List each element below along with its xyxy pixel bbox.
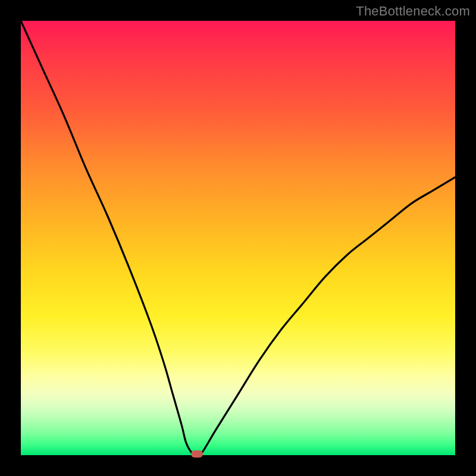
- watermark-text: TheBottleneck.com: [356, 4, 470, 19]
- plot-area: [21, 21, 455, 455]
- optimal-marker: [191, 450, 203, 458]
- chart-frame: TheBottleneck.com: [0, 0, 476, 476]
- bottleneck-curve: [21, 21, 455, 455]
